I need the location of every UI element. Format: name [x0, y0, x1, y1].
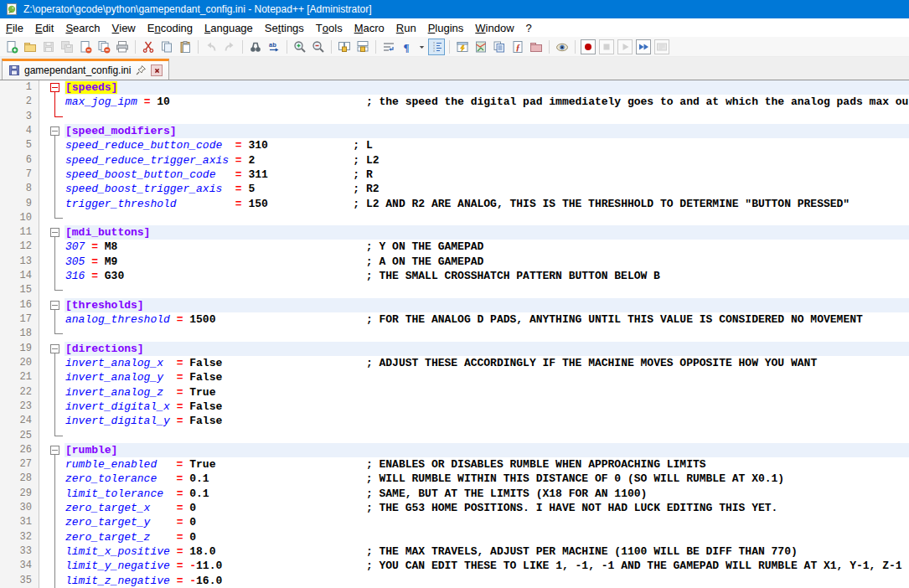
fold-toggle-icon[interactable] [50, 83, 59, 92]
open-file-icon[interactable] [22, 39, 39, 55]
close-file-icon[interactable] [77, 39, 94, 55]
show-all-characters-icon[interactable]: ¶ [399, 39, 416, 55]
editor-line[interactable]: 11[mdi_buttons] [0, 225, 909, 240]
code-text[interactable]: 305 = M9 ; A ON THE GAMEPAD [65, 255, 909, 269]
code-text[interactable]: limit_tolerance = 0.1 ; SAME, BUT AT THE… [65, 487, 909, 501]
pin-icon[interactable] [135, 64, 147, 76]
menu-item-tools[interactable]: Tools [310, 18, 349, 37]
code-text[interactable]: invert_analog_z = True [65, 385, 909, 400]
code-text[interactable]: speed_reduce_trigger_axis = 2 ; L2 [65, 153, 909, 168]
replace-icon[interactable]: ab [266, 39, 282, 55]
menu-item-search[interactable]: Search [59, 18, 106, 37]
tab-gamependant-config[interactable]: gamependant_config.ini [2, 59, 169, 80]
sync-horizontal-scroll-icon[interactable] [354, 39, 371, 55]
menu-item-language[interactable]: Language [199, 18, 259, 37]
menu-item-file[interactable]: File [0, 18, 29, 37]
code-text[interactable]: zero_target_z = 0 [65, 530, 909, 544]
folder-as-workspace-icon[interactable] [528, 39, 545, 55]
code-text[interactable]: zero_target_y = 0 [65, 515, 909, 529]
editor-line[interactable]: 2max_jog_ipm = 10 ; the speed the digita… [0, 95, 909, 109]
code-text[interactable]: speed_boost_button_code = 311 ; R [65, 168, 909, 182]
monitoring-icon[interactable] [554, 39, 571, 55]
document-switcher-icon[interactable] [454, 39, 471, 55]
new-file-icon[interactable] [3, 39, 20, 55]
editor-line[interactable]: 27rumble_enabled = True ; ENABLES OR DIS… [0, 457, 909, 472]
editor-line[interactable]: 33limit_x_positive = 18.0 ; THE MAX TRAV… [0, 544, 909, 559]
editor-line[interactable]: 32zero_target_z = 0 [0, 530, 909, 544]
editor-line[interactable]: 7speed_boost_button_code = 311 ; R [0, 168, 909, 182]
editor-line[interactable]: 21invert_analog_y = False [0, 370, 909, 384]
document-map-icon[interactable] [473, 39, 489, 55]
editor-line[interactable]: 6speed_reduce_trigger_axis = 2 ; L2 [0, 153, 909, 168]
menu-item-edit[interactable]: Edit [29, 18, 59, 37]
editor-line[interactable]: 30zero_target_x = 0 ; THE G53 HOME POSIT… [0, 501, 909, 515]
document-list-icon[interactable] [491, 39, 508, 55]
menu-item-window[interactable]: Window [469, 18, 519, 37]
editor-line[interactable]: 13305 = M9 ; A ON THE GAMEPAD [0, 255, 909, 269]
menu-item-plugins[interactable]: Plugins [422, 18, 470, 37]
editor-line[interactable]: 22invert_analog_z = True [0, 385, 909, 400]
word-wrap-icon[interactable] [380, 39, 397, 55]
menu-item-encoding[interactable]: Encoding [142, 18, 199, 37]
menu-item-settings[interactable]: Settings [259, 18, 310, 37]
editor-line[interactable]: 29limit_tolerance = 0.1 ; SAME, BUT AT T… [0, 487, 909, 501]
code-text[interactable]: invert_analog_y = False [65, 370, 909, 384]
code-text[interactable]: trigger_threshold = 150 ; L2 AND R2 ARE … [65, 197, 909, 211]
editor-line[interactable]: 12307 = M8 ; Y ON THE GAMEPAD [0, 240, 909, 254]
fold-toggle-icon[interactable] [50, 301, 59, 310]
code-text[interactable]: invert_digital_y = False [65, 414, 909, 428]
function-list-icon[interactable]: ƒ [509, 39, 526, 55]
fold-toggle-icon[interactable] [50, 228, 59, 237]
editor-line[interactable]: 34limit_y_negative = -11.0 ; YOU CAN EDI… [0, 559, 909, 573]
editor-line[interactable]: 25 [0, 429, 909, 443]
zoom-out-icon[interactable] [310, 39, 327, 55]
code-text[interactable] [65, 211, 909, 225]
code-text[interactable]: invert_analog_x = False ; ADJUST THESE A… [65, 356, 909, 370]
code-text[interactable]: 307 = M8 ; Y ON THE GAMEPAD [65, 240, 909, 254]
print-icon[interactable] [114, 39, 131, 55]
cut-icon[interactable] [140, 39, 157, 55]
find-icon[interactable] [247, 39, 264, 55]
menu-item-macro[interactable]: Macro [349, 18, 390, 37]
code-text[interactable]: 316 = G30 ; THE SMALL CROSSHATCH PATTERN… [65, 269, 909, 283]
editor-line[interactable]: 23invert_digital_x = False [0, 400, 909, 414]
code-text[interactable]: rumble_enabled = True ; ENABLES OR DISAB… [65, 457, 909, 472]
editor-line[interactable]: 26[rumble] [0, 443, 909, 457]
copy-icon[interactable] [158, 39, 175, 55]
paste-icon[interactable] [177, 39, 194, 55]
editor-line[interactable]: 20invert_analog_x = False ; ADJUST THESE… [0, 356, 909, 370]
code-text[interactable]: speed_reduce_button_code = 310 ; L [65, 138, 909, 152]
editor-line[interactable]: 31zero_target_y = 0 [0, 515, 909, 529]
macro-run-multiple-icon[interactable] [636, 39, 651, 54]
editor-line[interactable]: 15 [0, 283, 909, 297]
code-text[interactable] [65, 283, 909, 297]
code-text[interactable]: zero_tolerance = 0.1 ; WILL RUMBLE WITHI… [65, 472, 909, 486]
code-text[interactable] [65, 429, 909, 443]
tab-close-button[interactable] [151, 64, 163, 76]
show-indent-guide-icon[interactable] [428, 39, 445, 55]
code-text[interactable]: limit_y_negative = -11.0 ; YOU CAN EDIT … [65, 559, 909, 573]
editor-line[interactable]: 9trigger_threshold = 150 ; L2 AND R2 ARE… [0, 197, 909, 211]
editor-line[interactable]: 19[directions] [0, 342, 909, 356]
editor-line[interactable]: 8speed_boost_trigger_axis = 5 ; R2 [0, 182, 909, 196]
code-text[interactable]: speed_boost_trigger_axis = 5 ; R2 [65, 182, 909, 196]
editor-line[interactable]: 35limit_z_negative = -16.0 [0, 574, 909, 588]
code-text[interactable]: analog_threshold = 1500 ; FOR THE ANALOG… [65, 312, 909, 327]
code-text[interactable]: [directions] [65, 342, 909, 356]
editor-line[interactable]: 3 [0, 110, 909, 124]
code-text[interactable]: [rumble] [65, 443, 909, 457]
fold-toggle-icon[interactable] [50, 446, 59, 455]
fold-toggle-icon[interactable] [50, 344, 59, 353]
code-text[interactable]: max_jog_ipm = 10 ; the speed the digital… [65, 95, 909, 109]
menu-item-run[interactable]: Run [390, 18, 422, 37]
fold-toggle-icon[interactable] [50, 126, 59, 136]
code-text[interactable] [65, 327, 909, 341]
close-all-icon[interactable] [96, 39, 112, 55]
code-text[interactable] [65, 110, 909, 124]
editor-line[interactable]: 16[thresholds] [0, 298, 909, 312]
menu-item-[interactable]: ? [520, 18, 538, 37]
code-text[interactable]: [mdi_buttons] [65, 225, 909, 240]
editor-line[interactable]: 18 [0, 327, 909, 341]
menu-item-view[interactable]: View [106, 18, 142, 37]
code-text[interactable]: invert_digital_x = False [65, 400, 909, 414]
